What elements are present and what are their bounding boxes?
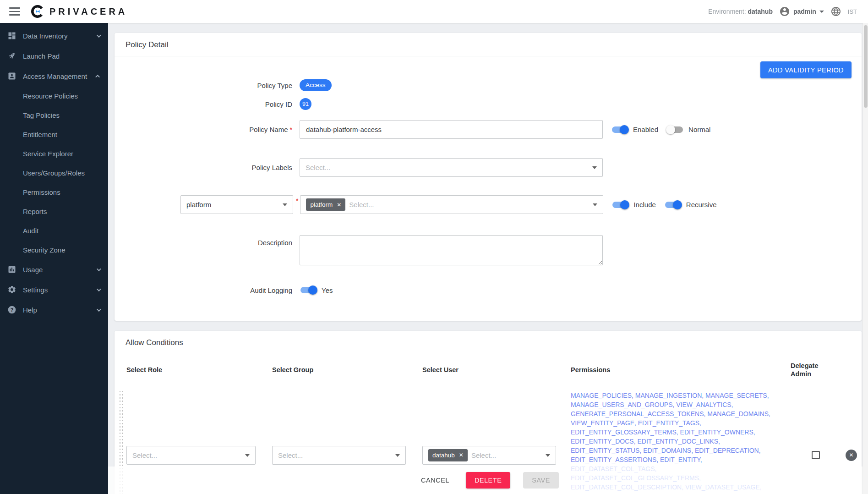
sidebar-item-help[interactable]: ?Help bbox=[0, 300, 108, 320]
policy-id-label: Policy ID bbox=[115, 100, 300, 108]
scrollbar-track[interactable] bbox=[863, 23, 868, 494]
dropdown-arrow-icon bbox=[593, 203, 597, 206]
column-header-select-group: Select Group bbox=[272, 366, 422, 374]
sidebar-item-entitlement[interactable]: Entitlement bbox=[0, 125, 108, 144]
environment-text: Environment: datahub bbox=[708, 8, 773, 15]
sidebar-item-label: Usage bbox=[23, 266, 97, 274]
timezone-label: IST bbox=[848, 8, 857, 15]
chevron-down-icon bbox=[97, 267, 101, 271]
policy-type-label: Policy Type bbox=[115, 82, 300, 89]
brand-wordmark: PRIVACERA bbox=[49, 6, 127, 17]
policy-labels-label: Policy Labels bbox=[115, 164, 300, 171]
cancel-button[interactable]: CANCEL bbox=[417, 472, 453, 488]
column-header-permissions: Permissions bbox=[571, 366, 791, 374]
dropdown-arrow-icon bbox=[283, 203, 287, 206]
sidebar-item-label: Access Management bbox=[23, 72, 97, 80]
sidebar-item-reports[interactable]: Reports bbox=[0, 202, 108, 221]
required-asterisk: * bbox=[296, 197, 298, 204]
chevron-down-icon bbox=[97, 307, 101, 312]
allow-conditions-header: Select Role Select Group Select User Per… bbox=[115, 354, 862, 384]
policy-name-label: Policy Name bbox=[115, 126, 300, 133]
sidebar-item-usage[interactable]: Usage bbox=[0, 259, 108, 280]
sidebar-item-launch-pad[interactable]: Launch Pad bbox=[0, 46, 108, 66]
description-textarea[interactable] bbox=[300, 235, 603, 265]
normal-toggle-label: Normal bbox=[688, 126, 710, 133]
globe-icon[interactable] bbox=[830, 6, 841, 17]
resource-type-select[interactable]: platform bbox=[180, 195, 293, 214]
rocket-icon bbox=[7, 51, 16, 60]
gear-icon bbox=[7, 285, 16, 294]
sidebar-item-label: Help bbox=[23, 306, 97, 314]
chevron-down-icon bbox=[97, 33, 101, 38]
sidebar-item-resource-policies[interactable]: Resource Policies bbox=[0, 86, 108, 105]
normal-toggle[interactable] bbox=[666, 125, 684, 134]
sidebar-item-audit[interactable]: Audit bbox=[0, 221, 108, 240]
menu-icon[interactable] bbox=[9, 7, 20, 16]
column-header-select-role: Select Role bbox=[126, 366, 272, 374]
dropdown-arrow-icon bbox=[245, 454, 250, 457]
allow-conditions-title: Allow Conditions bbox=[115, 331, 862, 354]
enabled-toggle[interactable] bbox=[611, 125, 628, 134]
resource-chip[interactable]: platform bbox=[306, 198, 345, 211]
resource-value-select[interactable]: platform Select... bbox=[300, 195, 603, 214]
dropdown-arrow-icon bbox=[546, 454, 550, 457]
select-user-dropdown[interactable]: datahub Select... bbox=[422, 446, 556, 465]
main-content: Policy Detail ADD VALIDITY PERIOD Policy… bbox=[108, 23, 868, 494]
sidebar-item-service-explorer[interactable]: Service Explorer bbox=[0, 144, 108, 163]
action-footer: CANCEL DELETE SAVE bbox=[108, 467, 868, 494]
include-toggle-label: Include bbox=[633, 201, 655, 209]
remove-condition-button[interactable] bbox=[846, 450, 857, 461]
sidebar: Data InventoryLaunch PadAccess Managemen… bbox=[0, 23, 108, 494]
dropdown-arrow-icon bbox=[592, 166, 597, 169]
close-icon[interactable] bbox=[459, 452, 464, 458]
audit-logging-toggle[interactable] bbox=[300, 285, 317, 295]
sidebar-item-permissions[interactable]: Permissions bbox=[0, 182, 108, 202]
dropdown-arrow-icon bbox=[395, 454, 400, 457]
policy-detail-card: Policy Detail ADD VALIDITY PERIOD Policy… bbox=[115, 33, 862, 321]
add-validity-period-button[interactable]: ADD VALIDITY PERIOD bbox=[760, 61, 852, 78]
privacera-logo-icon bbox=[30, 4, 45, 19]
column-header-delegate-admin: Delegate Admin bbox=[791, 362, 828, 378]
description-label: Description bbox=[115, 235, 300, 247]
close-icon[interactable] bbox=[337, 202, 341, 208]
save-button: SAVE bbox=[523, 472, 559, 489]
help-icon: ? bbox=[7, 305, 16, 314]
page-title: Policy Detail bbox=[115, 33, 862, 56]
privacera-logo[interactable]: PRIVACERA bbox=[30, 4, 127, 19]
sidebar-item-access-management[interactable]: Access Management bbox=[0, 66, 108, 86]
scrollbar-thumb[interactable] bbox=[864, 25, 868, 108]
user-name: padmin bbox=[793, 8, 816, 15]
top-bar: PRIVACERA Environment: datahub padmin IS… bbox=[0, 0, 868, 23]
chart-icon bbox=[7, 265, 16, 274]
include-toggle[interactable] bbox=[611, 200, 629, 209]
column-header-select-user: Select User bbox=[422, 366, 571, 374]
policy-name-input[interactable] bbox=[300, 120, 603, 139]
sidebar-item-users-groups-roles[interactable]: Users/Groups/Roles bbox=[0, 163, 108, 182]
user-menu[interactable]: padmin bbox=[779, 6, 824, 17]
sidebar-item-label: Launch Pad bbox=[23, 52, 100, 60]
policy-type-badge: Access bbox=[300, 79, 332, 91]
select-group-dropdown[interactable]: Select... bbox=[272, 446, 406, 465]
delete-button[interactable]: DELETE bbox=[466, 472, 510, 489]
badge-icon bbox=[7, 71, 16, 81]
environment-value: datahub bbox=[748, 8, 773, 15]
select-role-dropdown[interactable]: Select... bbox=[126, 446, 256, 465]
chevron-down-icon bbox=[819, 11, 824, 13]
sidebar-item-settings[interactable]: Settings bbox=[0, 280, 108, 300]
user-chip[interactable]: datahub bbox=[428, 449, 468, 461]
audit-logging-value: Yes bbox=[322, 286, 333, 294]
sidebar-item-label: Data Inventory bbox=[23, 32, 97, 40]
sidebar-item-security-zone[interactable]: Security Zone bbox=[0, 240, 108, 259]
sidebar-item-tag-policies[interactable]: Tag Policies bbox=[0, 105, 108, 125]
sidebar-item-label: Settings bbox=[23, 286, 97, 294]
chevron-down-icon bbox=[97, 287, 101, 291]
recursive-toggle[interactable] bbox=[664, 200, 682, 209]
policy-id-badge: 91 bbox=[300, 98, 311, 110]
enabled-toggle-label: Enabled bbox=[633, 126, 658, 133]
dashboard-icon bbox=[7, 31, 16, 40]
sidebar-item-data-inventory[interactable]: Data Inventory bbox=[0, 26, 108, 46]
delegate-admin-checkbox[interactable] bbox=[812, 451, 820, 459]
policy-labels-select[interactable]: Select... bbox=[300, 158, 603, 177]
svg-text:?: ? bbox=[11, 307, 14, 313]
audit-logging-label: Audit Logging bbox=[115, 286, 300, 294]
